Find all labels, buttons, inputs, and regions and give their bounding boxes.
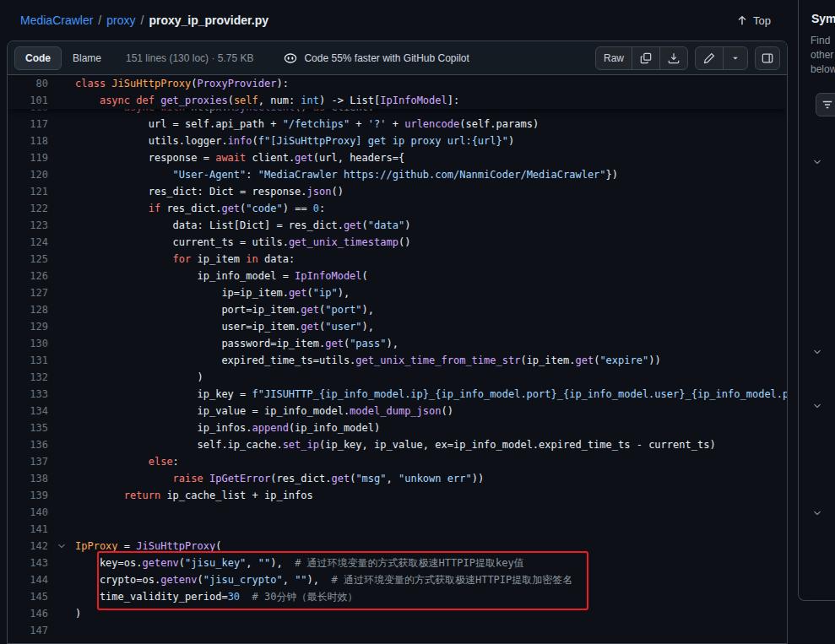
- code-line: 141: [8, 521, 787, 538]
- line-number[interactable]: 137: [8, 453, 48, 470]
- line-number[interactable]: 146: [8, 605, 48, 622]
- fold-spacer: [48, 75, 75, 92]
- code-text: port=ip_item.get("port"),: [75, 301, 787, 318]
- fold-spacer: [48, 453, 75, 470]
- code-line: 119 response = await client.get(url, hea…: [8, 149, 787, 166]
- line-number[interactable]: 127: [8, 284, 48, 301]
- edit-dropdown-button[interactable]: [723, 47, 747, 69]
- fold-spacer: [48, 116, 75, 133]
- chevron-down-icon[interactable]: [812, 401, 824, 413]
- line-number[interactable]: 147: [8, 622, 48, 639]
- copy-button[interactable]: [632, 47, 659, 69]
- panel-icon: [762, 52, 773, 64]
- code-line: 120 "User-Agent": "MediaCrawler https://…: [8, 166, 787, 183]
- code-text: ip=ip_item.get("ip"),: [75, 284, 787, 301]
- fold-spacer: [48, 555, 75, 571]
- code-area: 116 async with httpx.AsyncClient() as cl…: [8, 75, 787, 644]
- line-number[interactable]: 132: [8, 369, 48, 386]
- line-number[interactable]: 131: [8, 352, 48, 369]
- symbols-panel-toggle-button[interactable]: [755, 46, 780, 70]
- pencil-icon: [703, 52, 715, 64]
- line-number[interactable]: 135: [8, 419, 48, 436]
- line-number[interactable]: 118: [8, 133, 48, 149]
- raw-button[interactable]: Raw: [596, 47, 632, 69]
- copy-icon: [640, 52, 652, 64]
- line-number[interactable]: 120: [8, 166, 48, 183]
- line-number[interactable]: 140: [8, 504, 48, 521]
- line-number[interactable]: 121: [8, 183, 48, 200]
- line-number[interactable]: 117: [8, 116, 48, 133]
- code-line: 138 raise IpGetError(res_dict.get("msg",…: [8, 470, 787, 487]
- line-number[interactable]: 138: [8, 470, 48, 487]
- code-line: 143 key=os.getenv("jisu_key", ""), # 通过环…: [8, 555, 787, 571]
- chevron-down-icon[interactable]: [812, 157, 824, 169]
- line-number[interactable]: 126: [8, 268, 48, 284]
- code-text: res_dict: Dict = response.json(): [75, 183, 787, 200]
- line-number[interactable]: 101: [8, 92, 48, 109]
- line-number[interactable]: 144: [8, 571, 48, 588]
- fold-spacer: [48, 487, 75, 504]
- edit-button[interactable]: [696, 47, 723, 69]
- tab-code[interactable]: Code: [14, 46, 62, 70]
- line-number[interactable]: 125: [8, 251, 48, 268]
- breadcrumb-repo[interactable]: MediaCrawler: [20, 14, 93, 27]
- filter-button[interactable]: [816, 93, 835, 116]
- fold-spacer: [48, 470, 75, 487]
- line-number[interactable]: 141: [8, 521, 48, 538]
- breadcrumb-file: proxy_ip_provider.py: [149, 14, 268, 27]
- fold-spacer: [48, 268, 75, 284]
- code-text: ): [75, 369, 787, 386]
- code-text: "User-Agent": "MediaCrawler https://gith…: [75, 166, 787, 183]
- code-text: user=ip_item.get("user"),: [75, 318, 787, 335]
- code-line: 144 crypto=os.getenv("jisu_crypto", ""),…: [8, 571, 787, 588]
- line-number[interactable]: 145: [8, 588, 48, 605]
- line-number[interactable]: 123: [8, 217, 48, 234]
- line-number[interactable]: 134: [8, 403, 48, 419]
- code-text: ip_info_model = IpInfoModel(: [75, 268, 787, 284]
- line-number[interactable]: 124: [8, 234, 48, 251]
- code-line: 126 ip_info_model = IpInfoModel(: [8, 268, 787, 284]
- line-number[interactable]: 129: [8, 318, 48, 335]
- breadcrumb: MediaCrawler / proxy / proxy_ip_provider…: [0, 0, 798, 41]
- code-line: 137 else:: [8, 453, 787, 470]
- back-to-top-button[interactable]: Top: [729, 11, 778, 30]
- code-line: 117 url = self.api_path + "/fetchips" + …: [8, 116, 787, 133]
- line-number[interactable]: 133: [8, 386, 48, 403]
- code-line: 124 current_ts = utils.get_unix_timestam…: [8, 234, 787, 251]
- code-text: crypto=os.getenv("jisu_crypto", ""), # 通…: [75, 571, 787, 588]
- line-number[interactable]: 143: [8, 555, 48, 571]
- fold-spacer: [48, 622, 75, 639]
- fold-spacer: [48, 369, 75, 386]
- fold-spacer: [48, 335, 75, 352]
- line-number[interactable]: 128: [8, 301, 48, 318]
- line-number[interactable]: 142: [8, 538, 48, 555]
- line-number[interactable]: 130: [8, 335, 48, 352]
- chevron-down-icon: [731, 54, 740, 62]
- download-button[interactable]: [659, 47, 687, 69]
- code-line: 133 ip_key = f"JISUHTTP_{ip_info_model.i…: [8, 386, 787, 403]
- copilot-banner[interactable]: Code 55% faster with GitHub Copilot: [284, 51, 469, 65]
- code-line: 146): [8, 605, 787, 622]
- tab-blame[interactable]: Blame: [62, 46, 112, 70]
- line-number[interactable]: 122: [8, 200, 48, 217]
- code-text: ip_infos.append(ip_info_model): [75, 419, 787, 436]
- line-number[interactable]: 136: [8, 436, 48, 453]
- fold-spacer: [48, 284, 75, 301]
- fold-spacer: [48, 92, 75, 109]
- code-line: 128 port=ip_item.get("port"),: [8, 301, 787, 318]
- file-meta: 151 lines (130 loc) · 5.75 KB: [126, 52, 253, 64]
- download-icon: [668, 52, 680, 64]
- chevron-down-icon[interactable]: [812, 508, 824, 520]
- fold-caret-icon[interactable]: [48, 538, 75, 555]
- chevron-down-icon[interactable]: [812, 347, 824, 359]
- fold-spacer: [48, 521, 75, 538]
- code-text: data: List[Dict] = res_dict.get("data"): [75, 217, 787, 234]
- line-number[interactable]: 139: [8, 487, 48, 504]
- code-text: [75, 521, 787, 538]
- code-text: utils.logger.info(f"[JiSuHttpProxy] get …: [75, 133, 787, 149]
- breadcrumb-folder[interactable]: proxy: [106, 14, 135, 27]
- line-number[interactable]: 119: [8, 149, 48, 166]
- code-line: 142IpProxy = JiSuHttpProxy(: [8, 538, 787, 555]
- file-view: MediaCrawler / proxy / proxy_ip_provider…: [0, 0, 798, 644]
- line-number[interactable]: 80: [8, 75, 48, 92]
